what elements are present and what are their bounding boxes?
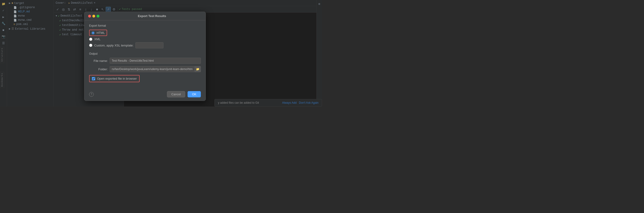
custom-label: Custom, apply XSL template: bbox=[94, 44, 134, 47]
close-dot[interactable] bbox=[88, 15, 91, 17]
xsl-template-input-wrapper: 📁 bbox=[136, 42, 164, 48]
traffic-lights bbox=[88, 15, 100, 17]
modal-title: Export Test Results bbox=[102, 14, 202, 18]
minimize-dot[interactable] bbox=[92, 15, 95, 17]
open-in-browser-label: Open exported file in browser bbox=[97, 77, 137, 80]
format-xml-option[interactable]: XML bbox=[89, 37, 201, 41]
ok-button[interactable]: OK bbox=[188, 91, 201, 97]
xml-radio-input[interactable] bbox=[89, 38, 92, 41]
browse-folder-btn[interactable]: 📁 bbox=[194, 66, 201, 72]
folder-label: Folder: bbox=[89, 67, 108, 71]
modal-body: Export format HTML XML Custo bbox=[84, 20, 206, 89]
output-section: Output File name: Folder: 📁 bbox=[89, 52, 201, 82]
maximize-dot[interactable] bbox=[96, 15, 100, 17]
modal-footer: ? Cancel OK bbox=[84, 89, 206, 101]
cancel-button[interactable]: Cancel bbox=[167, 91, 185, 97]
folder-input-wrapper: 📁 bbox=[110, 66, 201, 72]
format-html-option[interactable]: HTML bbox=[89, 30, 201, 36]
filename-label: File name: bbox=[89, 59, 108, 63]
modal-titlebar: Export Test Results bbox=[84, 12, 206, 20]
export-modal: Export Test Results Export format HTML X… bbox=[84, 12, 206, 101]
modal-overlay: Export Test Results Export format HTML X… bbox=[0, 0, 322, 106]
custom-radio-input[interactable] bbox=[89, 44, 92, 47]
footer-buttons: Cancel OK bbox=[167, 91, 201, 97]
filename-input[interactable] bbox=[110, 58, 201, 64]
folder-input[interactable] bbox=[110, 67, 194, 72]
export-format-label: Export format bbox=[89, 24, 201, 27]
xsl-template-input[interactable] bbox=[136, 43, 164, 48]
html-radio-wrapper: HTML bbox=[89, 30, 107, 36]
format-custom-option[interactable]: Custom, apply XSL template: 📁 bbox=[89, 42, 201, 48]
html-label: HTML bbox=[96, 31, 105, 34]
xml-label: XML bbox=[94, 37, 100, 41]
open-in-browser-row[interactable]: Open exported file in browser bbox=[89, 75, 140, 82]
help-button[interactable]: ? bbox=[89, 92, 94, 97]
html-radio-input[interactable] bbox=[92, 31, 95, 34]
folder-row: Folder: 📁 bbox=[89, 66, 201, 72]
output-label: Output bbox=[89, 52, 201, 55]
format-radio-group: HTML XML Custom, apply XSL template: 📁 bbox=[89, 30, 201, 48]
open-in-browser-checkbox[interactable] bbox=[92, 77, 95, 80]
filename-row: File name: bbox=[89, 58, 201, 64]
